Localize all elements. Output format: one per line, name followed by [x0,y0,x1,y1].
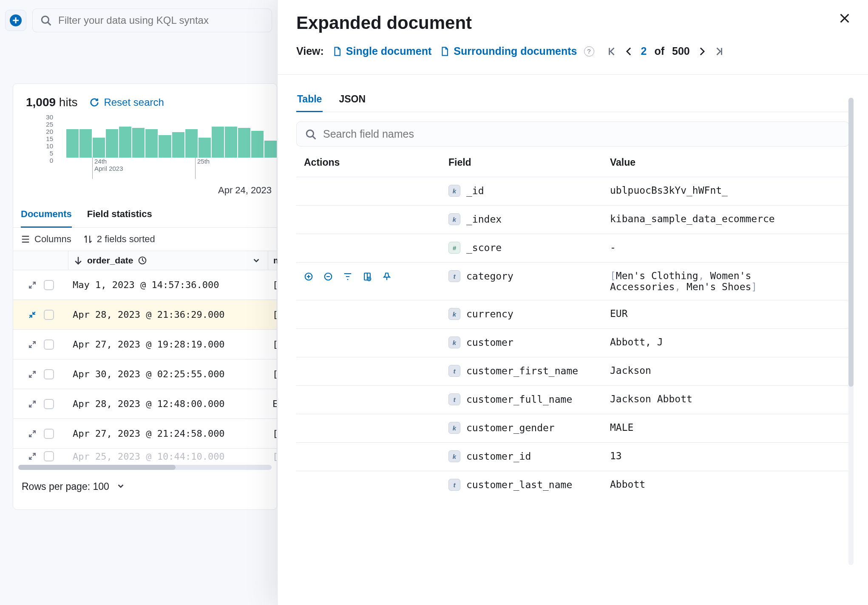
th-order-date[interactable]: order_date [68,251,268,270]
bar[interactable] [225,127,237,158]
pin-icon[interactable] [382,272,391,281]
type-badge: k [448,213,460,225]
columns-button[interactable]: Columns [21,234,71,245]
toggle-column-icon[interactable] [363,272,372,281]
field-name: kcustomer_gender [448,422,610,434]
filter-for-icon[interactable] [304,272,313,281]
kql-input[interactable] [58,14,264,26]
doc-flyout: Expanded document View: Single document … [277,0,868,605]
row-checkbox[interactable] [44,451,54,461]
bar[interactable] [212,127,224,158]
field-name: k_index [448,213,610,225]
bar[interactable] [185,129,198,158]
bar[interactable] [264,141,277,158]
bar[interactable] [79,129,92,158]
row-checkbox[interactable] [44,310,54,320]
surrounding-documents-link[interactable]: Surrounding documents [440,45,577,57]
bar[interactable] [132,128,145,158]
expand-icon[interactable] [28,340,37,349]
field-row[interactable]: #_score - [296,234,849,262]
type-badge: k [448,422,460,434]
expand-icon[interactable] [28,429,37,438]
row-checkbox[interactable] [44,399,54,409]
type-badge: k [448,308,460,320]
field-value: EUR [610,308,849,319]
bar[interactable] [159,135,171,158]
cell-date: Apr 28, 2023 @ 12:48:00.000 [68,399,268,409]
table-row[interactable]: Apr 28, 2023 @ 12:48:00.000Eli [13,389,277,419]
histogram-chart[interactable]: 302520151050 24thApril 202325th26th [13,115,277,183]
type-badge: k [448,450,460,462]
bar[interactable] [238,128,250,158]
help-icon[interactable]: ? [584,46,594,57]
field-search[interactable] [296,122,849,147]
bar[interactable] [172,132,184,158]
field-value: ublpuocBs3kYv_hWFnt_ [610,185,849,196]
table-row[interactable]: Apr 27, 2023 @ 21:24:58.000[Lo [13,419,277,449]
cell-manufacturer: Eli [268,399,277,409]
bar[interactable] [145,129,158,158]
sort-button[interactable]: 2 fields sorted [83,234,155,245]
reset-search-link[interactable]: Reset search [89,96,164,108]
field-row[interactable]: tcustomer_last_nameAbbott [296,471,849,499]
tab-json[interactable]: JSON [338,92,366,112]
add-filter-button[interactable] [5,10,26,31]
tab-documents[interactable]: Documents [21,204,72,228]
date-range-label: Apr 24, 2023 [13,183,277,204]
field-row[interactable]: kcurrencyEUR [296,300,849,328]
row-checkbox[interactable] [44,280,54,290]
view-label: View: [296,45,324,57]
type-badge: t [448,479,460,491]
vertical-scrollbar[interactable] [848,98,854,565]
field-row[interactable]: k_idublpuocBs3kYv_hWFnt_ [296,177,849,205]
svg-point-3 [306,130,313,137]
field-row[interactable]: tcustomer_first_nameJackson [296,357,849,385]
pager-last-icon[interactable] [715,47,724,56]
field-name: #_score [448,242,610,254]
field-row[interactable]: kcustomerAbbott, J [296,328,849,357]
rows-per-page-button[interactable]: Rows per page: 100 [13,470,277,509]
cell-date: Apr 30, 2023 @ 02:25:55.000 [68,369,268,379]
bar[interactable] [106,129,118,158]
tab-table[interactable]: Table [296,92,323,112]
field-row[interactable]: kcustomer_id13 [296,442,849,471]
single-document-link[interactable]: Single document [332,45,431,57]
horizontal-scrollbar[interactable] [18,465,272,470]
table-row[interactable]: Apr 30, 2023 @ 02:25:55.000[El [13,359,277,389]
expand-icon[interactable] [28,452,37,461]
bar[interactable] [93,138,105,158]
expand-icon[interactable] [28,399,37,409]
table-row[interactable]: May 1, 2023 @ 14:57:36.000[Py [13,270,277,300]
field-row[interactable]: tcategory[Men's Clothing, Women's Access… [296,262,849,300]
collapse-icon[interactable] [28,310,37,319]
field-search-input[interactable] [323,128,840,140]
kql-search[interactable] [32,8,272,32]
expand-icon[interactable] [28,370,37,379]
table-row[interactable]: Apr 28, 2023 @ 21:36:29.000[Lo [13,300,277,330]
row-checkbox[interactable] [44,369,54,379]
cell-date: Apr 25, 2023 @ 10:44:10.000 [68,451,268,462]
field-row[interactable]: kcustomer_genderMALE [296,414,849,442]
filter-icon[interactable] [343,272,352,281]
table-row[interactable]: Apr 25, 2023 @ 10:44:10.000[Ti [13,449,277,464]
documents-icon [440,47,449,56]
field-value: Jackson Abbott [610,393,849,404]
table-row[interactable]: Apr 27, 2023 @ 19:28:19.000[Lo [13,330,277,359]
search-icon [305,129,316,140]
filter-out-icon[interactable] [323,272,333,281]
pager-prev-icon[interactable] [624,47,633,56]
tab-field-statistics[interactable]: Field statistics [87,204,152,227]
bar[interactable] [119,127,131,158]
pager-first-icon[interactable] [607,47,616,56]
row-checkbox[interactable] [44,429,54,439]
pager-next-icon[interactable] [698,47,707,56]
bar[interactable] [66,129,79,158]
expand-icon[interactable] [28,280,37,290]
close-button[interactable] [838,12,851,27]
bar[interactable] [199,138,211,158]
field-row[interactable]: k_indexkibana_sample_data_ecommerce [296,205,849,234]
field-row[interactable]: tcustomer_full_nameJackson Abbott [296,385,849,414]
row-checkbox[interactable] [44,339,54,350]
bar[interactable] [251,131,264,158]
hits-count: 1,009 hits [26,96,77,109]
